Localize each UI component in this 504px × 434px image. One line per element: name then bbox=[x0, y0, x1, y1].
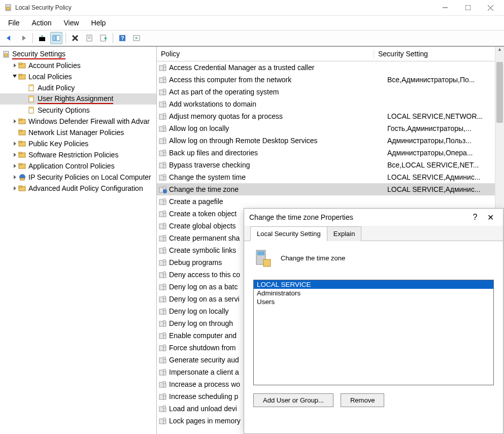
policy-row[interactable]: Access Credential Manager as a trusted c… bbox=[157, 61, 504, 74]
policy-row[interactable]: Bypass traverse checkingВсе,LOCAL SERVIC… bbox=[157, 159, 504, 171]
show-hide-tree-button[interactable] bbox=[50, 32, 62, 44]
toolbar-separator-3 bbox=[113, 33, 113, 43]
export-icon[interactable] bbox=[97, 32, 110, 44]
delete-button[interactable] bbox=[69, 32, 81, 44]
svg-rect-127 bbox=[163, 335, 166, 339]
tab-explain[interactable]: Explain bbox=[327, 226, 362, 241]
minimize-button[interactable] bbox=[433, 0, 456, 15]
back-button[interactable] bbox=[3, 32, 15, 44]
menu-view[interactable]: View bbox=[61, 18, 81, 28]
policy-row[interactable]: Adjust memory quotas for a processLOCAL … bbox=[157, 110, 504, 122]
add-user-or-group-button[interactable]: Add User or Group... bbox=[253, 393, 333, 407]
policy-row[interactable]: Create a pagefile bbox=[157, 195, 504, 208]
toolbar: ? bbox=[0, 30, 504, 46]
policy-setting-cell: LOCAL SERVICE,NETWOR... bbox=[385, 112, 504, 120]
policy-row[interactable]: Allow log on through Remote Desktop Serv… bbox=[157, 135, 504, 147]
tab-local-security-setting[interactable]: Local Security Setting bbox=[250, 226, 327, 241]
tree-item-label: Security Options bbox=[38, 106, 90, 114]
policy-name-cell: Deny log on as a batc bbox=[169, 283, 238, 291]
tree-expander[interactable] bbox=[11, 186, 18, 191]
scroll-up-icon[interactable]: ▲ bbox=[495, 47, 504, 55]
folder-icon bbox=[18, 184, 26, 192]
toolbar-separator bbox=[32, 33, 33, 43]
tree-item[interactable]: Advanced Audit Policy Configuration bbox=[0, 183, 156, 194]
column-policy[interactable]: Policy bbox=[157, 50, 374, 58]
menu-file[interactable]: File bbox=[6, 18, 22, 28]
member-item[interactable]: Administrators bbox=[254, 289, 493, 297]
refresh-icon[interactable] bbox=[130, 32, 143, 44]
close-button[interactable] bbox=[479, 0, 502, 15]
tree-expander[interactable] bbox=[11, 163, 18, 169]
svg-rect-133 bbox=[163, 359, 166, 363]
member-item[interactable]: Users bbox=[254, 297, 493, 306]
policy-name-cell: Debug programs bbox=[169, 258, 222, 266]
tree-item[interactable]: Public Key Policies bbox=[0, 138, 156, 149]
help-icon[interactable]: ? bbox=[116, 32, 128, 44]
policy-row[interactable]: Access this computer from the networkВсе… bbox=[157, 74, 504, 86]
tree-expander[interactable] bbox=[11, 63, 18, 69]
maximize-button[interactable] bbox=[456, 0, 479, 15]
members-listbox[interactable]: LOCAL SERVICEAdministratorsUsers bbox=[253, 280, 494, 385]
svg-rect-42 bbox=[19, 130, 22, 131]
tree-item[interactable]: Security Options bbox=[0, 105, 156, 116]
policy-row[interactable]: Add workstations to domain bbox=[157, 98, 504, 110]
policy-header: Change the time zone bbox=[253, 248, 494, 268]
tree-item[interactable]: Windows Defender Firewall with Advar bbox=[0, 116, 156, 127]
dialog-close-button[interactable]: ✕ bbox=[483, 213, 498, 222]
tree-expander[interactable] bbox=[11, 119, 18, 124]
folder-icon bbox=[18, 162, 26, 170]
forward-button[interactable] bbox=[17, 32, 29, 44]
policy-row[interactable]: Allow log on locallyГость,Администраторы… bbox=[157, 122, 504, 135]
tree-item[interactable]: Account Policies bbox=[0, 60, 156, 71]
policy-row[interactable]: Change the time zoneLOCAL SERVICE,Админи… bbox=[157, 183, 504, 195]
tree-item[interactable]: IP Security Policies on Local Computer bbox=[0, 172, 156, 183]
tree-item-label: Local Policies bbox=[28, 73, 72, 81]
list-header: Policy Security Setting bbox=[157, 47, 504, 61]
svg-marker-29 bbox=[13, 75, 17, 78]
tree-item-label: Audit Policy bbox=[38, 84, 75, 92]
tree-expander[interactable] bbox=[11, 141, 18, 147]
tree-item[interactable]: User Rights Assignment bbox=[0, 93, 156, 105]
menu-help[interactable]: Help bbox=[89, 18, 108, 28]
svg-rect-148 bbox=[163, 420, 166, 424]
scroll-thumb[interactable] bbox=[496, 62, 503, 123]
tree-item[interactable]: Network List Manager Policies bbox=[0, 127, 156, 138]
svg-rect-142 bbox=[163, 396, 166, 399]
tree-item[interactable]: Audit Policy bbox=[0, 82, 156, 93]
member-item[interactable]: LOCAL SERVICE bbox=[254, 280, 493, 289]
dialog-help-button[interactable]: ? bbox=[467, 213, 483, 222]
column-security-setting[interactable]: Security Setting bbox=[374, 50, 495, 58]
tree-item[interactable]: Software Restriction Policies bbox=[0, 149, 156, 160]
dialog-body: Change the time zone LOCAL SERVICEAdmini… bbox=[244, 241, 503, 433]
tree-item[interactable]: Application Control Policies bbox=[0, 160, 156, 172]
svg-rect-121 bbox=[163, 311, 166, 314]
tree-expander[interactable] bbox=[11, 152, 18, 158]
policy-name-cell: Allow log on locally bbox=[169, 124, 229, 132]
tree-item[interactable]: Local Policies bbox=[0, 71, 156, 82]
svg-marker-38 bbox=[14, 119, 16, 123]
policy-setting-cell: LOCAL SERVICE,Админис... bbox=[385, 173, 504, 181]
properties-icon[interactable] bbox=[83, 32, 95, 44]
tree-expander[interactable] bbox=[11, 175, 18, 180]
policy-row[interactable]: Back up files and directoriesАдминистрат… bbox=[157, 147, 504, 159]
policy-setting-cell: Все,Администраторы,По... bbox=[385, 76, 504, 84]
policy-name-cell: Generate security aud bbox=[169, 356, 239, 364]
folder-icon bbox=[18, 151, 26, 159]
tree-root-node[interactable]: Security Settings bbox=[0, 49, 156, 60]
svg-rect-28 bbox=[19, 63, 22, 64]
up-button[interactable] bbox=[36, 32, 48, 44]
policy-setting-cell: Гость,Администраторы,... bbox=[385, 124, 504, 132]
svg-rect-94 bbox=[163, 201, 166, 205]
svg-rect-33 bbox=[29, 85, 33, 86]
policy-row[interactable]: Change the system timeLOCAL SERVICE,Адми… bbox=[157, 171, 504, 183]
tree-expander[interactable] bbox=[11, 74, 18, 80]
svg-rect-69 bbox=[163, 104, 166, 107]
svg-rect-72 bbox=[163, 116, 166, 119]
svg-marker-6 bbox=[7, 36, 10, 41]
policy-row[interactable]: Act as part of the operating system bbox=[157, 86, 504, 98]
remove-button[interactable]: Remove bbox=[341, 393, 384, 407]
svg-rect-10 bbox=[53, 36, 56, 41]
menu-action[interactable]: Action bbox=[30, 18, 54, 28]
policy-name-cell: Force shutdown from bbox=[169, 344, 236, 352]
svg-rect-51 bbox=[19, 163, 22, 165]
